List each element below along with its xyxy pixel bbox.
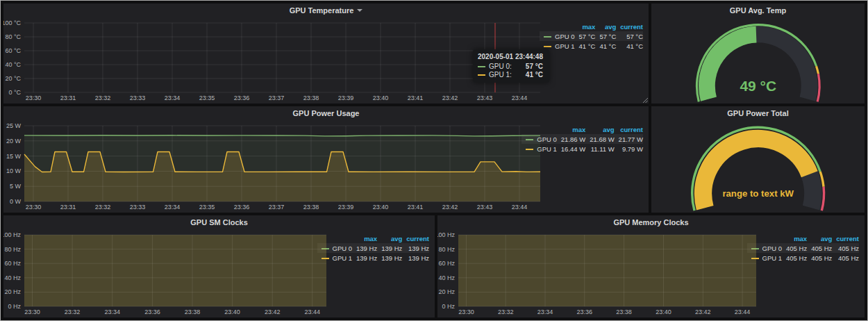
- chart-canvas[interactable]: 0 Hz20 Hz40 Hz60 Hz80 Hz100 Hz23:3023:32…: [437, 229, 760, 318]
- y-tick-label: 0 °C: [8, 89, 21, 96]
- y-tick-label: 15 W: [6, 153, 22, 160]
- x-tick-label: 23:44: [735, 308, 751, 315]
- legend-header[interactable]: avg: [595, 22, 616, 31]
- panel-resize-handle[interactable]: [642, 97, 648, 103]
- x-tick-label: 23:30: [26, 204, 42, 211]
- panel-title-bar[interactable]: GPU SM Clocks: [3, 215, 435, 229]
- x-tick-label: 23:30: [458, 308, 474, 315]
- panel-title-bar[interactable]: GPU Power Usage: [3, 106, 649, 120]
- legend-row: GPU 0405 Hz405 Hz405 Hz: [747, 243, 859, 253]
- panel-body: 0 W5 W10 W15 W20 W25 W23:3023:3123:3223:…: [3, 120, 649, 213]
- panel-body: 49 °C: [651, 17, 865, 104]
- legend-value: 21.68 W: [585, 134, 614, 144]
- temperature-plot[interactable]: 0 °C20 °C40 °C60 °C80 °C100 °C23:3023:31…: [3, 17, 540, 104]
- legend-value: 139 Hz: [402, 253, 429, 263]
- dashboard-row-3: GPU SM Clocks 0 Hz20 Hz40 Hz60 Hz80 Hz10…: [3, 215, 865, 318]
- y-tick-label: 60 Hz: [4, 260, 21, 267]
- legend-value: 16.44 W: [557, 144, 585, 154]
- legend-header[interactable]: avg: [585, 124, 614, 134]
- y-tick-label: 25 W: [6, 122, 22, 129]
- y-tick-label: 10 W: [6, 167, 22, 174]
- legend-header[interactable]: current: [402, 233, 429, 243]
- y-tick-label: 0 Hz: [8, 303, 21, 310]
- x-tick-label: 23:36: [234, 94, 250, 101]
- temperature-legend: maxavgcurrentGPU 057 °C57 °C57 °CGPU 141…: [540, 17, 649, 104]
- legend-header[interactable]: current: [832, 233, 859, 243]
- x-tick-label: 23:44: [305, 308, 321, 315]
- sm-clocks-plot[interactable]: 0 Hz20 Hz40 Hz60 Hz80 Hz100 Hz23:3023:32…: [3, 229, 317, 318]
- x-tick-label: 23:41: [408, 204, 424, 211]
- tooltip-series-label: GPU 1:: [489, 71, 512, 79]
- x-tick-label: 23:38: [616, 308, 632, 315]
- series-swatch-gpu0: [478, 66, 485, 67]
- gauge-threshold-ring: [817, 74, 819, 101]
- legend-value: 139 Hz: [402, 243, 429, 253]
- series-swatch: [544, 46, 551, 47]
- y-tick-label: 40 Hz: [4, 274, 21, 281]
- tooltip-series-value: 41 °C: [519, 71, 543, 79]
- y-tick-label: 5 W: [10, 183, 22, 190]
- x-tick-label: 23:36: [234, 204, 250, 211]
- y-tick-label: 60 °C: [5, 47, 21, 54]
- legend-header[interactable]: max: [557, 124, 585, 134]
- tooltip-series-label: GPU 0:: [489, 63, 512, 70]
- x-tick-label: 23:36: [577, 308, 593, 315]
- power-plot[interactable]: 0 W5 W10 W15 W20 W25 W23:3023:3123:3223:…: [3, 120, 521, 213]
- dashboard-row-1: GPU Temperature 0 °C20 °C40 °C60 °C80 °C…: [3, 3, 865, 104]
- legend-value: 405 Hz: [832, 253, 859, 263]
- x-tick-label: 23:31: [60, 204, 76, 211]
- panel-title-bar[interactable]: GPU Memory Clocks: [437, 215, 865, 229]
- x-tick-label: 23:43: [477, 204, 493, 211]
- y-tick-label: 100 Hz: [3, 231, 21, 238]
- legend-row: GPU 057 °C57 °C57 °C: [540, 31, 643, 41]
- chart-canvas[interactable]: 0 °C20 °C40 °C60 °C80 °C100 °C23:3023:31…: [3, 17, 544, 104]
- panel-title-bar[interactable]: GPU Power Total: [651, 106, 865, 120]
- legend-header[interactable]: avg: [377, 233, 402, 243]
- legend-value: 57 °C: [616, 31, 643, 41]
- x-tick-label: 23:32: [65, 308, 81, 315]
- memory-clocks-legend: maxavgcurrentGPU 0405 Hz405 Hz405 HzGPU …: [747, 229, 865, 318]
- legend-header[interactable]: max: [575, 22, 596, 31]
- legend-header[interactable]: current: [616, 22, 643, 31]
- y-tick-label: 40 °C: [5, 61, 21, 68]
- tooltip-row: GPU 0: 57 °C: [478, 63, 543, 70]
- panel-title: GPU Temperature: [290, 6, 354, 15]
- legend-header[interactable]: avg: [807, 233, 832, 243]
- gauge-canvas: range to text kW: [656, 120, 860, 213]
- chart-canvas[interactable]: 0 Hz20 Hz40 Hz60 Hz80 Hz100 Hz23:3023:32…: [3, 229, 331, 318]
- legend-value: 405 Hz: [782, 243, 807, 253]
- legend-header-row: maxavgcurrent: [540, 22, 643, 31]
- x-tick-label: 23:32: [498, 308, 514, 315]
- y-tick-label: 100 Hz: [437, 231, 455, 238]
- legend-header[interactable]: current: [615, 124, 643, 134]
- legend-table: maxavgcurrentGPU 057 °C57 °C57 °CGPU 141…: [540, 22, 643, 51]
- x-tick-label: 23:37: [269, 204, 285, 211]
- x-tick-label: 23:38: [303, 94, 319, 101]
- x-tick-label: 23:41: [408, 94, 424, 101]
- x-tick-label: 23:38: [303, 204, 319, 211]
- panel-title-bar[interactable]: GPU Avg. Temp: [651, 3, 865, 17]
- x-tick-label: 23:31: [60, 94, 76, 101]
- legend-table: maxavgcurrentGPU 0405 Hz405 Hz405 HzGPU …: [747, 233, 859, 263]
- legend-header[interactable]: max: [782, 233, 807, 243]
- chart-canvas[interactable]: 0 W5 W10 W15 W20 W25 W23:3023:3123:3223:…: [3, 120, 544, 213]
- legend-value: 57 °C: [595, 31, 616, 41]
- legend-value: 41 °C: [595, 41, 616, 51]
- legend-header[interactable]: max: [352, 233, 377, 243]
- legend-table: maxavgcurrentGPU 0139 Hz139 Hz139 HzGPU …: [317, 233, 429, 263]
- panel-body: 0 °C20 °C40 °C60 °C80 °C100 °C23:3023:31…: [3, 17, 649, 104]
- gauge-value-text: range to text kW: [722, 188, 794, 199]
- legend-row: GPU 1139 Hz139 Hz139 Hz: [317, 253, 429, 263]
- y-tick-label: 20 Hz: [4, 288, 21, 295]
- memory-clocks-plot[interactable]: 0 Hz20 Hz40 Hz60 Hz80 Hz100 Hz23:3023:32…: [437, 229, 747, 318]
- legend-value: 405 Hz: [832, 243, 859, 253]
- legend-series-name[interactable]: GPU 0: [540, 31, 575, 41]
- tooltip-series-value: 57 °C: [519, 63, 543, 70]
- legend-value: 41 °C: [616, 41, 643, 51]
- y-tick-label: 20 °C: [5, 75, 21, 82]
- x-tick-label: 23:34: [105, 308, 121, 315]
- y-tick-label: 40 Hz: [438, 274, 455, 281]
- chevron-down-icon[interactable]: [357, 9, 362, 12]
- panel-title-bar[interactable]: GPU Temperature: [3, 3, 649, 17]
- tooltip-row: GPU 1: 41 °C: [478, 71, 543, 79]
